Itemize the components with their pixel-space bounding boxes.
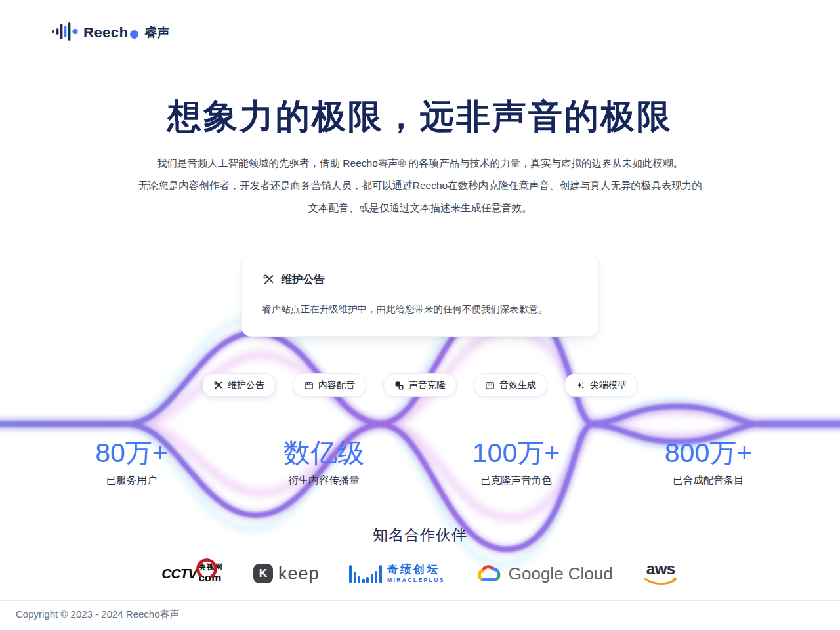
hero-description-line: 文本配音、或是仅通过文本描述来生成任意音效。 <box>0 197 840 219</box>
hero-description-line: 我们是音频人工智能领域的先驱者，借助 Reecho睿声® 的各项产品与技术的力量… <box>0 152 840 175</box>
piano-icon <box>485 381 495 390</box>
tab-label: 尖端模型 <box>590 379 627 391</box>
keep-k-icon: K <box>253 564 273 583</box>
stats-row: 80万+ 已服务用户 数亿级 衍生内容传播量 100万+ 已克隆声音角色 800… <box>0 438 840 488</box>
stat-cloned-voices: 100万+ 已克隆声音角色 <box>420 438 612 488</box>
clone-icon <box>394 381 404 390</box>
stat-label: 已克隆声音角色 <box>420 474 612 488</box>
waveform-logo-icon <box>51 22 79 44</box>
maintenance-notice-card: 维护公告 睿声站点正在升级维护中，由此给您带来的任何不便我们深表歉意。 <box>242 255 599 337</box>
clapperboard-icon <box>304 381 314 390</box>
tools-icon <box>262 274 275 286</box>
aws-smile-icon <box>643 577 679 587</box>
feature-tabs: 维护公告 内容配音 声音克隆 <box>0 373 840 397</box>
tab-label: 声音克隆 <box>409 379 446 391</box>
tab-content-dubbing[interactable]: 内容配音 <box>293 373 366 397</box>
aws-logo: aws <box>643 561 679 587</box>
tools-icon <box>213 381 223 390</box>
page-title: 想象力的极限，远非声音的极限 <box>0 0 840 136</box>
notice-card-body: 睿声站点正在升级维护中，由此给您带来的任何不便我们深表歉意。 <box>262 302 578 316</box>
sparkles-icon <box>576 381 585 390</box>
notice-card-title: 维护公告 <box>282 272 325 287</box>
notice-card-header: 维护公告 <box>262 272 578 287</box>
partners-heading: 知名合作伙伴 <box>0 525 840 545</box>
brand-wordmark: Reech <box>83 24 139 41</box>
stat-value: 数亿级 <box>228 438 420 468</box>
tab-label: 内容配音 <box>318 379 355 391</box>
stat-value: 80万+ <box>35 438 228 468</box>
tab-maintenance-notice[interactable]: 维护公告 <box>202 373 276 397</box>
stat-content-reach: 数亿级 衍生内容传播量 <box>228 438 420 488</box>
hero-description: 我们是音频人工智能领域的先驱者，借助 Reecho睿声® 的各项产品与技术的力量… <box>0 152 840 219</box>
google-cloud-icon <box>475 562 503 585</box>
google-cloud-logo: Google Cloud <box>475 562 613 585</box>
cctv-swirl-icon <box>196 556 219 583</box>
stat-label: 已服务用户 <box>35 474 228 488</box>
tab-cutting-edge-models[interactable]: 尖端模型 <box>564 373 638 397</box>
reecho-logo[interactable]: Reech 睿声 <box>51 22 170 44</box>
stat-value: 100万+ <box>420 438 612 468</box>
miracleplus-bars-icon <box>349 564 382 583</box>
landing-page: Reech 睿声 想象力的极限，远非声音的极限 我们是音频人工智能领域的先驱者，… <box>0 0 840 630</box>
stat-served-users: 80万+ 已服务用户 <box>35 438 228 488</box>
cctv-logo: CCTV 央视网 com <box>161 564 223 584</box>
brand-o-dot <box>130 30 138 39</box>
footer: Copyright © 2023 - 2024 Reecho睿声 <box>0 600 840 630</box>
brand-cn-label: 睿声 <box>145 24 170 41</box>
stat-value: 800万+ <box>612 438 805 468</box>
miracleplus-logo: 奇绩创坛 MIRACLEPLUS <box>349 564 444 584</box>
tab-label: 维护公告 <box>228 379 264 391</box>
copyright-text: Copyright © 2023 - 2024 Reecho睿声 <box>16 608 180 620</box>
partner-logos-row: CCTV 央视网 com K keep <box>0 555 840 592</box>
stat-synthesized-entries: 800万+ 已合成配音条目 <box>612 438 805 488</box>
hero-description-line: 无论您是内容创作者，开发者还是商务营销人员，都可以通过Reecho在数秒内克隆任… <box>0 175 840 197</box>
tab-sfx-generation[interactable]: 音效生成 <box>474 373 547 397</box>
tab-voice-cloning[interactable]: 声音克隆 <box>383 373 457 397</box>
stat-label: 衍生内容传播量 <box>228 474 420 488</box>
keep-logo: K keep <box>253 564 320 584</box>
stat-label: 已合成配音条目 <box>612 474 805 488</box>
tab-label: 音效生成 <box>499 379 536 391</box>
